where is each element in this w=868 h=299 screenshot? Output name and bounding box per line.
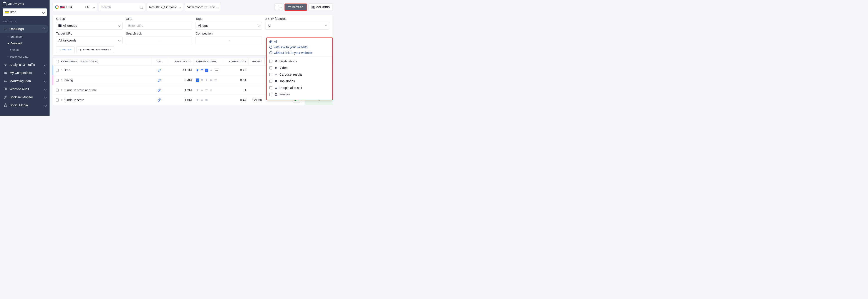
chevron-down-icon	[118, 39, 121, 41]
url-link-icon[interactable]	[157, 78, 161, 82]
viewmode-selector[interactable]: View mode: List	[185, 3, 221, 11]
tags-filter-select[interactable]: All tags	[195, 22, 262, 30]
bar-chart-icon	[3, 27, 7, 31]
ikea-logo-icon	[5, 11, 9, 13]
video-icon	[274, 66, 278, 69]
search-input[interactable]: Search	[99, 3, 145, 11]
svg-rect-17	[275, 61, 276, 62]
serp-check-images[interactable]: Images	[267, 91, 332, 98]
keyword-cell: dining	[64, 79, 73, 82]
svg-rect-9	[214, 80, 217, 81]
keyword-cell: furniture store	[64, 98, 84, 102]
map-pin-icon	[196, 88, 199, 92]
svg-rect-10	[214, 81, 217, 81]
serp-check-video[interactable]: Video	[267, 64, 332, 71]
add-filter-button[interactable]: + FILTER	[56, 47, 74, 53]
serp-radio-without[interactable]: without link to your website	[269, 51, 330, 55]
serp-check-carousel[interactable]: Carousel results	[267, 71, 332, 78]
svg-rect-23	[275, 80, 276, 82]
save-preset-button[interactable]: + SAVE FILTER PRESET	[76, 47, 114, 53]
url-link-icon[interactable]	[157, 68, 161, 72]
nav-marketing[interactable]: Marketing Plan	[0, 77, 50, 85]
url-link-icon[interactable]	[157, 88, 161, 92]
svg-rect-21	[276, 74, 276, 76]
search-placeholder: Search	[101, 5, 111, 9]
project-name: Ikea	[10, 10, 16, 14]
serp-check-top-stories[interactable]: Top stories	[267, 78, 332, 85]
results-selector[interactable]: Results: Organic	[147, 3, 183, 11]
filters-button[interactable]: FILTERS	[284, 3, 307, 11]
svg-rect-27	[275, 88, 277, 88]
nav-rankings[interactable]: Rankings	[0, 25, 48, 33]
serp-filter-select[interactable]: All	[266, 22, 329, 30]
project-selector[interactable]: Ikea	[3, 8, 47, 16]
serp-check-people-ask[interactable]: People also ask	[267, 85, 332, 91]
checkbox-icon	[269, 66, 272, 69]
toolbar: USA EN Search Results: Organic View mode…	[53, 0, 333, 14]
row-checkbox[interactable]	[56, 69, 59, 72]
svg-rect-16	[276, 60, 277, 61]
competition-cell: 0.29	[224, 65, 248, 75]
sub-detailed[interactable]: Detailed	[0, 40, 50, 47]
columns-button[interactable]: COLUMNS	[309, 3, 333, 11]
expand-icon[interactable]	[61, 89, 63, 91]
country-selector[interactable]: USA EN	[53, 3, 97, 11]
chevron-down-icon	[179, 6, 181, 8]
serp-radio-with[interactable]: with link to your website	[269, 46, 330, 49]
star-icon	[200, 88, 204, 92]
th-serp-features: SERP FEATURES	[194, 58, 224, 65]
columns-label: COLUMNS	[316, 6, 330, 8]
row-checkbox[interactable]	[56, 89, 59, 92]
expand-icon[interactable]	[61, 69, 63, 71]
main-content: USA EN Search Results: Organic View mode…	[50, 0, 336, 116]
row-checkbox[interactable]	[56, 98, 59, 101]
more-features-button[interactable]: •••	[214, 68, 219, 72]
competition-range[interactable]: –	[195, 36, 262, 44]
nav-label: Rankings	[9, 27, 24, 31]
image-feature-icon	[205, 69, 208, 72]
sub-historical[interactable]: Historical data	[0, 53, 50, 60]
competition-cell: 1	[224, 85, 248, 95]
chevron-down-icon	[216, 6, 219, 8]
nav-analytics[interactable]: Analytics & Traffic	[0, 61, 50, 69]
row-checkbox[interactable]	[56, 79, 59, 82]
copy-icon	[276, 6, 278, 9]
radio-checked-icon	[269, 40, 272, 43]
search-vol-cell: 1.5M	[167, 95, 194, 105]
target-url-label: Target URL	[56, 32, 123, 35]
copy-button[interactable]	[274, 3, 283, 11]
nav-backlink[interactable]: Backlink Monitor	[0, 93, 50, 101]
serp-check-destinations[interactable]: Destinations	[267, 58, 332, 65]
group-filter-select[interactable]: All groups	[56, 22, 123, 30]
chevron-down-icon	[43, 95, 47, 99]
url-filter-input[interactable]: Enter URL	[126, 22, 192, 30]
nav-audit[interactable]: Website Audit	[0, 85, 50, 93]
home-icon	[3, 2, 6, 6]
search-vol-range[interactable]: –	[126, 36, 192, 44]
all-projects-link[interactable]: All Projects	[3, 2, 47, 6]
select-all-checkbox[interactable]	[56, 60, 59, 63]
svg-rect-25	[276, 81, 277, 82]
th-search-vol: SEARCH VOL.	[167, 58, 194, 65]
expand-icon[interactable]	[61, 79, 63, 81]
chevron-down-icon	[43, 71, 47, 74]
sub-overall[interactable]: Overall	[0, 47, 50, 54]
url-link-icon[interactable]	[157, 98, 161, 102]
competition-cell: 0.01	[224, 76, 248, 85]
tags-filter-label: Tags	[195, 17, 262, 21]
target-url-select[interactable]: All keywords	[56, 36, 123, 44]
destinations-icon	[274, 60, 278, 63]
svg-rect-11	[206, 89, 208, 90]
url-filter-label: URL	[126, 17, 192, 21]
expand-icon[interactable]	[61, 99, 63, 101]
sub-summary[interactable]: Summary	[0, 33, 50, 40]
checklist-icon	[3, 79, 7, 83]
traffic-cell: 121.5K	[248, 95, 264, 105]
serp-radio-all[interactable]: All	[269, 40, 330, 44]
nav-competitors[interactable]: My Competitors	[0, 69, 50, 77]
nav-social[interactable]: Social Media	[0, 101, 50, 109]
competition-cell: 0.47	[224, 95, 248, 105]
top-stories-icon	[274, 80, 278, 83]
organic-icon	[161, 5, 165, 9]
map-pin-icon	[200, 79, 204, 82]
